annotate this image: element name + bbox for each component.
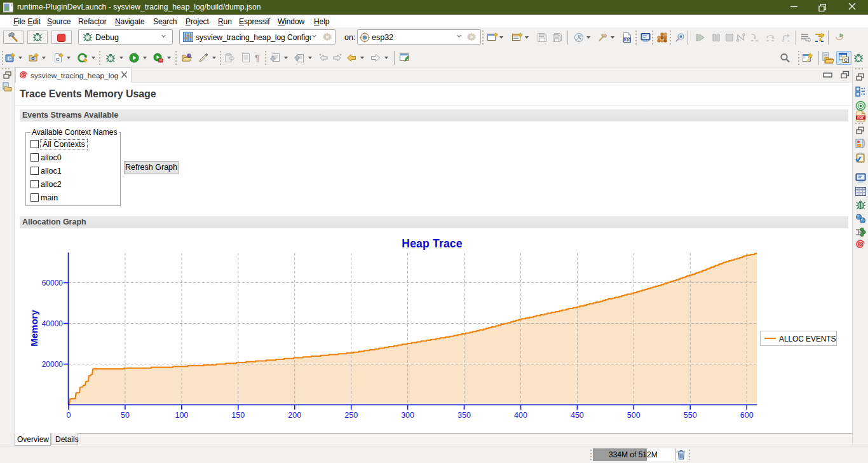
- svg-text:300: 300: [401, 411, 414, 420]
- svg-text:200: 200: [288, 411, 301, 420]
- svg-text:PDF: PDF: [857, 116, 864, 120]
- svg-text:0: 0: [67, 411, 71, 420]
- svg-text:C: C: [32, 57, 34, 60]
- svg-text:20000: 20000: [42, 360, 64, 369]
- svg-text:C: C: [844, 57, 848, 63]
- svg-text:40000: 40000: [42, 319, 64, 328]
- svg-text:60000: 60000: [42, 279, 64, 287]
- svg-text:C: C: [8, 55, 12, 62]
- svg-text:250: 250: [344, 411, 358, 420]
- svg-text:550: 550: [684, 411, 697, 420]
- svg-text:ALLOC EVENTS: ALLOC EVENTS: [779, 335, 836, 343]
- svg-text:50: 50: [121, 411, 130, 420]
- svg-text:500: 500: [627, 411, 641, 420]
- svg-text:C: C: [56, 57, 60, 62]
- svg-text:Memory: Memory: [29, 310, 39, 347]
- svg-text:Heap Trace: Heap Trace: [402, 237, 462, 250]
- svg-text:450: 450: [571, 411, 584, 420]
- svg-text:100: 100: [175, 411, 188, 420]
- svg-text:010: 010: [624, 38, 631, 42]
- svg-text:150: 150: [231, 411, 245, 420]
- svg-text:400: 400: [514, 411, 527, 420]
- svg-text:350: 350: [458, 411, 471, 420]
- svg-text:600: 600: [740, 411, 754, 420]
